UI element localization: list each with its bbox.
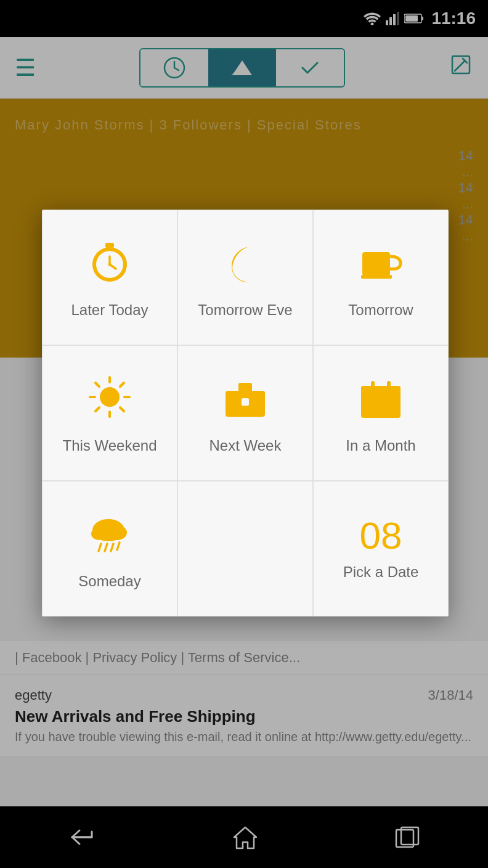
someday-label: Someday	[78, 573, 140, 590]
pick-a-date-cell[interactable]: 08 Pick a Date	[313, 481, 449, 616]
this-weekend-icon	[85, 372, 134, 428]
next-week-icon	[221, 372, 270, 428]
svg-point-45	[107, 525, 127, 540]
tomorrow-cell[interactable]: Tomorrow	[313, 210, 449, 345]
svg-line-30	[120, 383, 124, 387]
in-a-month-cell[interactable]: In a Month	[313, 345, 449, 481]
svg-rect-21	[362, 252, 390, 276]
tomorrow-eve-label: Tomorrow Eve	[198, 301, 292, 319]
tomorrow-eve-cell[interactable]: Tomorrow Eve	[177, 210, 313, 345]
tomorrow-icon	[356, 237, 405, 293]
svg-line-28	[96, 383, 99, 387]
svg-rect-22	[361, 275, 392, 279]
svg-rect-39	[387, 381, 391, 391]
someday-icon	[85, 508, 134, 564]
later-today-cell[interactable]: Later Today	[42, 210, 177, 345]
in-a-month-icon	[356, 372, 405, 428]
next-week-label: Next Week	[209, 437, 282, 454]
svg-rect-40	[367, 403, 372, 408]
empty-cell	[177, 481, 313, 616]
svg-rect-42	[389, 403, 394, 408]
svg-line-48	[105, 544, 107, 551]
this-weekend-label: This Weekend	[63, 437, 157, 454]
svg-line-31	[96, 407, 99, 411]
svg-rect-38	[371, 381, 375, 391]
later-today-icon	[85, 237, 134, 293]
svg-rect-19	[105, 243, 114, 248]
svg-line-50	[117, 542, 120, 550]
svg-line-47	[99, 544, 101, 551]
tomorrow-eve-icon	[221, 237, 270, 293]
in-a-month-label: In a Month	[346, 437, 415, 454]
later-today-label: Later Today	[71, 301, 148, 319]
someday-cell[interactable]: Someday	[42, 481, 177, 616]
pick-a-date-num: 08	[360, 517, 402, 555]
this-weekend-cell[interactable]: This Weekend	[42, 345, 177, 481]
next-week-cell[interactable]: Next Week	[177, 345, 313, 481]
svg-point-46	[91, 528, 106, 540]
svg-rect-43	[367, 411, 372, 414]
svg-point-23	[100, 387, 120, 407]
svg-rect-37	[361, 392, 401, 397]
svg-line-49	[111, 544, 113, 551]
dialog-grid: Later Today Tomorrow Eve	[42, 210, 449, 616]
svg-line-29	[120, 407, 124, 411]
pick-a-date-label: Pick a Date	[343, 563, 419, 581]
svg-rect-41	[378, 403, 383, 408]
tomorrow-label: Tomorrow	[348, 301, 413, 319]
svg-point-20	[108, 263, 112, 266]
svg-rect-34	[242, 398, 249, 406]
schedule-dialog: Later Today Tomorrow Eve	[42, 210, 449, 616]
